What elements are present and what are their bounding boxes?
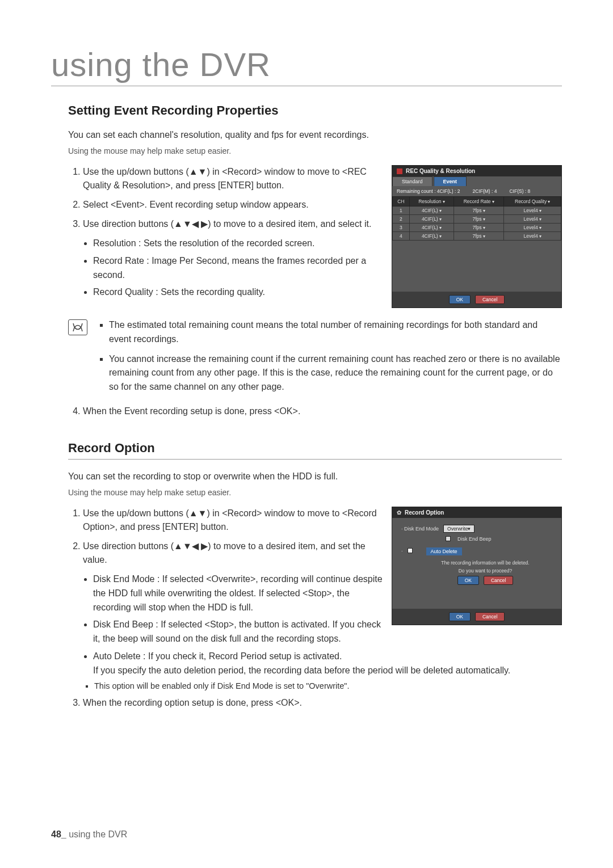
tab-event[interactable]: Event (434, 176, 467, 186)
col-rate-label: Record Rate (464, 199, 494, 204)
sec2-intro2: Using the mouse may help make setup easi… (68, 487, 562, 499)
panel-spacer (392, 241, 561, 292)
cell-resolution[interactable]: 4CIF(L) (409, 224, 454, 232)
section-record-option-heading: Record Option (68, 441, 562, 460)
sec2-step1: Use the up/down buttons (▲▼) in <Record>… (83, 507, 383, 534)
col-record-rate[interactable]: Record Rate (454, 197, 504, 207)
count-cif: CIF(S) : 8 (509, 188, 530, 194)
sec2-bullet-disk-end-mode: Disk End Mode : If selected <Overwrite>,… (93, 572, 383, 614)
note-1: The estimated total remaining count mean… (109, 318, 562, 347)
cell-quality[interactable]: Level4 (504, 232, 561, 241)
auto-delete-checkbox[interactable]: ✔ (408, 548, 413, 553)
dialog-ok-button[interactable]: OK (457, 576, 479, 585)
sec1-step2-text: Select <Event>. Event recording setup wi… (83, 200, 309, 209)
sec1-step4: When the Event recording setup is done, … (83, 404, 562, 418)
sec2-b3a: Auto Delete : If you check it, Record Pe… (93, 651, 342, 661)
sec2-step1-text: Use the up/down buttons (▲▼) in <Record>… (83, 508, 377, 532)
sec1-step3: Use direction buttons (▲▼◀ ▶) to move to… (83, 217, 383, 231)
sec2-step2: Use direction buttons (▲▼◀ ▶) to move to… (83, 540, 383, 567)
sec1-step4-text: When the Event recording setup is done, … (83, 406, 300, 416)
cell-quality[interactable]: Level4 (504, 224, 561, 232)
sec2-intro1: You can set the recording to stop or ove… (68, 470, 562, 483)
col-ch: CH (393, 197, 410, 207)
col-resolution[interactable]: Resolution (409, 197, 454, 207)
tab-standard[interactable]: Standard (392, 176, 433, 186)
cell-quality[interactable]: Level4 (504, 207, 561, 215)
cell-resolution[interactable]: 4CIF(L) (409, 207, 454, 215)
col-quality-label: Record Quality (515, 199, 550, 204)
footer-text: using the DVR (69, 829, 127, 839)
col-resolution-label: Resolution (418, 199, 444, 204)
disk-end-mode-select[interactable]: Overwrite (443, 525, 475, 533)
cell-ch: 2 (393, 215, 410, 224)
cell-ch: 1 (393, 207, 410, 215)
sec2-b3b: If you specify the auto deletion period,… (93, 665, 510, 675)
disk-end-mode-label: · Disk End Mode (401, 526, 439, 532)
cell-ch: 3 (393, 224, 410, 232)
sec1-step3-text: Use direction buttons (▲▼◀ ▶) to move to… (83, 219, 371, 229)
dialog-msg2: Do you want to proceed? (418, 568, 552, 574)
gear-icon (397, 509, 401, 516)
rec-icon (397, 168, 402, 174)
cell-rate[interactable]: 7fps (454, 232, 504, 241)
table-row: 4 4CIF(L) 7fps Level4 (393, 232, 561, 241)
col-record-quality[interactable]: Record Quality (504, 197, 561, 207)
sec2-step3-text: When the recording option setup is done,… (83, 698, 302, 707)
sec2-bullet-auto-delete: Auto Delete : If you check it, Record Pe… (93, 650, 562, 678)
page-number: 48_ (51, 829, 66, 839)
confirm-dialog: The recording information will be delete… (418, 560, 552, 585)
ro-panel-title: Record Option (405, 509, 444, 516)
disk-end-beep-label: Disk End Beep (457, 536, 492, 542)
rec-table: CH Resolution Record Rate Record Quality… (392, 196, 561, 241)
cell-ch: 4 (393, 232, 410, 241)
rec-panel-title: REC Quality & Resolution (406, 168, 475, 174)
sec2-step3: When the recording option setup is done,… (83, 696, 562, 710)
sec1-intro1: You can set each channel's resolution, q… (68, 128, 562, 142)
rec-cancel-button[interactable]: Cancel (475, 295, 505, 304)
dialog-msg1: The recording information will be delete… (418, 560, 552, 566)
auto-delete-label: Auto Delete (426, 547, 462, 555)
count-2cif: 2CIF(M) : 4 (473, 188, 497, 194)
cell-rate[interactable]: 7fps (454, 207, 504, 215)
cell-rate[interactable]: 7fps (454, 215, 504, 224)
rec-ok-button[interactable]: OK (449, 295, 471, 304)
disk-end-beep-checkbox[interactable] (446, 536, 451, 541)
page-title: using the DVR (51, 45, 562, 86)
ro-ok-button[interactable]: OK (449, 612, 471, 621)
ro-cancel-button[interactable]: Cancel (475, 612, 505, 621)
auto-delete-prefix: · (401, 548, 403, 554)
dialog-cancel-button[interactable]: Cancel (484, 576, 513, 585)
remaining-count: Remaining count : 4CIF(L) : 2 (397, 188, 460, 194)
note-icon (68, 319, 87, 335)
sec2-bullet-disk-end-beep: Disk End Beep : If selected <Stop>, the … (93, 618, 383, 646)
table-row: 3 4CIF(L) 7fps Level4 (393, 224, 561, 232)
record-option-panel: Record Option · Disk End Mode Overwrite … (392, 507, 562, 625)
rec-panel-title-bar: REC Quality & Resolution (392, 166, 561, 176)
sec1-bullet-resolution: Resolution : Sets the resolution of the … (93, 237, 383, 251)
sec1-bullet-record-rate: Record Rate : Image Per Second, means th… (93, 254, 383, 283)
sec2-subnote: This option will be enabled only if Disk… (94, 681, 562, 690)
sec1-step1-text: Use the up/down buttons (▲▼) in <Record>… (83, 167, 367, 190)
cell-resolution[interactable]: 4CIF(L) (409, 215, 454, 224)
sec1-step2: Select <Event>. Event recording setup wi… (83, 198, 383, 212)
page-footer: 48_ using the DVR (51, 829, 127, 840)
table-row: 2 4CIF(L) 7fps Level4 (393, 215, 561, 224)
cell-quality[interactable]: Level4 (504, 215, 561, 224)
sec1-bullet-record-quality: Record Quality : Sets the recording qual… (93, 285, 383, 300)
rec-quality-panel: REC Quality & Resolution Standard Event … (392, 165, 562, 308)
ro-panel-title-bar: Record Option (392, 507, 561, 518)
section-event-heading: Setting Event Recording Properties (68, 103, 562, 118)
sec2-step2-text: Use direction buttons (▲▼◀ ▶) to move to… (83, 541, 366, 564)
sec1-step1: Use the up/down buttons (▲▼) in <Record>… (83, 165, 383, 192)
sec1-intro2: Using the mouse may help make setup easi… (68, 145, 562, 157)
table-row: 1 4CIF(L) 7fps Level4 (393, 207, 561, 215)
cell-rate[interactable]: 7fps (454, 224, 504, 232)
note-2: You cannot increase the remaining count … (109, 352, 562, 394)
cell-resolution[interactable]: 4CIF(L) (409, 232, 454, 241)
